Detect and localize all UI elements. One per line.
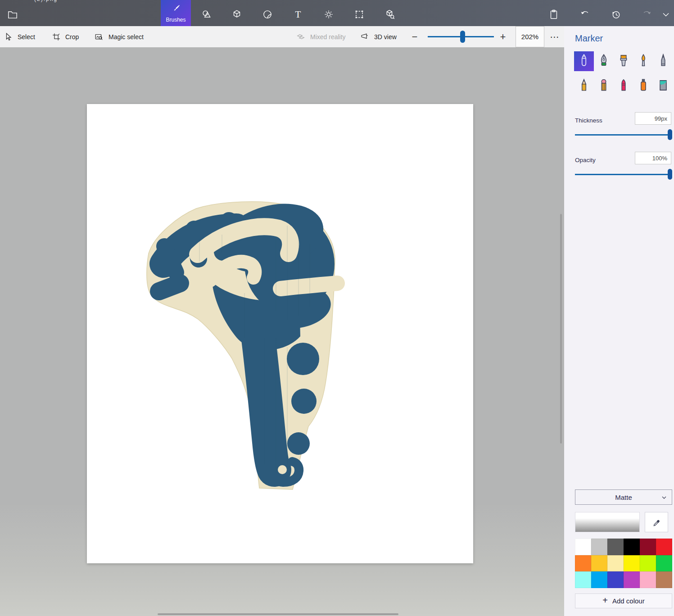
brush-tool-grid [574, 51, 673, 96]
add-colour-button[interactable]: + Add colour [575, 593, 672, 608]
marker-panel: Marker [564, 26, 674, 616]
palette-colour[interactable] [575, 571, 591, 588]
zoom-slider-thumb[interactable] [460, 31, 465, 43]
brush-watercolour[interactable] [633, 51, 653, 71]
zoom-slider[interactable] [428, 26, 494, 47]
stickers-icon [262, 9, 273, 20]
calligraphy-pen-icon [597, 53, 611, 69]
text-icon: T [295, 10, 301, 19]
horizontal-scrollbar[interactable] [158, 613, 398, 615]
brush-oil[interactable] [614, 51, 633, 71]
plus-icon: + [602, 595, 608, 606]
more-options-button[interactable]: ⋯ [547, 26, 562, 47]
canvas-page[interactable] [87, 104, 473, 563]
canvas-frame-icon [353, 9, 365, 20]
thickness-slider[interactable] [575, 129, 671, 140]
palette-colour[interactable] [607, 539, 624, 555]
secondary-toolbar: Select Crop Magic select [0, 26, 564, 47]
palette-colour[interactable] [656, 555, 672, 572]
opacity-input[interactable]: 100% [635, 152, 671, 164]
paste-button[interactable] [544, 5, 564, 24]
cursor-icon [4, 32, 14, 42]
3d-library-icon [384, 9, 396, 20]
thickness-slider-thumb[interactable] [668, 129, 672, 140]
brush-eraser[interactable] [594, 76, 614, 96]
mixed-reality-label: Mixed reality [310, 33, 346, 41]
tab-stickers[interactable] [258, 5, 277, 24]
expand-toolbar-button[interactable] [658, 5, 674, 24]
tab-2d-shapes[interactable] [197, 5, 217, 24]
brush-marker[interactable] [574, 51, 594, 71]
zoom-in-button[interactable]: + [497, 26, 509, 47]
tab-brushes[interactable]: Brushes [161, 0, 191, 26]
opacity-slider[interactable] [575, 169, 671, 180]
3d-view-label: 3D view [374, 33, 397, 41]
thickness-slider-track[interactable] [575, 134, 671, 136]
brush-crayon[interactable] [614, 76, 633, 96]
history-clock-icon [610, 9, 622, 20]
paint3d-window: (2).png Brushes [0, 0, 674, 616]
chevron-down-icon [661, 494, 667, 502]
palette-colour[interactable] [624, 571, 640, 588]
shade-gradient-swatch[interactable] [575, 512, 640, 532]
brush-calligraphy-pen[interactable] [594, 51, 614, 71]
3d-shapes-icon [231, 9, 243, 20]
colour-palette [575, 539, 672, 588]
palette-colour[interactable] [575, 555, 591, 572]
menu-button[interactable] [3, 5, 23, 24]
palette-colour[interactable] [575, 539, 591, 555]
eyedropper-button[interactable] [645, 512, 668, 532]
palette-colour[interactable] [591, 539, 607, 555]
brush-pixel-pen[interactable] [653, 51, 673, 71]
tab-3d-library[interactable] [380, 5, 400, 24]
palette-colour[interactable] [640, 539, 656, 555]
material-dropdown[interactable]: Matte [575, 489, 672, 505]
select-label: Select [18, 33, 35, 41]
brush-spray-can[interactable] [633, 76, 653, 96]
add-colour-label: Add colour [612, 597, 645, 605]
tab-brushes-label: Brushes [166, 17, 185, 23]
panel-title: Marker [575, 33, 603, 44]
palette-colour[interactable] [591, 555, 607, 572]
crop-label: Crop [65, 33, 79, 41]
palette-colour[interactable] [656, 539, 672, 555]
tab-text[interactable]: T [288, 5, 308, 24]
tab-canvas[interactable] [349, 5, 369, 24]
palette-colour[interactable] [624, 555, 640, 572]
palette-colour[interactable] [591, 571, 607, 588]
zoom-level-value[interactable]: 202% [516, 26, 544, 47]
palette-colour[interactable] [640, 571, 656, 588]
opacity-slider-thumb[interactable] [668, 169, 672, 180]
tab-effects[interactable] [319, 5, 339, 24]
palette-colour[interactable] [640, 555, 656, 572]
sun-icon [323, 9, 335, 20]
magic-select-label: Magic select [109, 33, 144, 41]
select-button[interactable]: Select [4, 26, 35, 47]
redo-icon [641, 9, 653, 20]
brush-fill[interactable] [653, 76, 673, 96]
spray-can-icon [637, 78, 650, 94]
pixel-pen-icon [656, 53, 670, 69]
history-button[interactable] [606, 5, 626, 24]
clipboard-icon [548, 9, 560, 20]
top-toolbar: (2).png Brushes [0, 0, 674, 26]
thickness-input[interactable]: 99px [635, 112, 671, 125]
vertical-scrollbar[interactable] [560, 214, 562, 444]
undo-button[interactable] [575, 5, 595, 24]
magic-select-button[interactable]: Magic select [94, 26, 144, 47]
crop-button[interactable]: Crop [51, 26, 79, 47]
workspace [0, 47, 564, 616]
redo-button [637, 5, 657, 24]
material-value: Matte [615, 494, 632, 501]
3d-view-button[interactable]: 3D view [359, 26, 397, 47]
opacity-slider-track[interactable] [575, 174, 671, 175]
brush-pencil[interactable] [574, 76, 594, 96]
palette-colour[interactable] [656, 571, 672, 588]
palette-colour[interactable] [607, 555, 624, 572]
palette-colour[interactable] [624, 539, 640, 555]
zoom-out-button[interactable]: − [409, 26, 421, 47]
oil-brush-icon [617, 53, 630, 69]
tab-3d-shapes[interactable] [227, 5, 247, 24]
palette-colour[interactable] [607, 571, 624, 588]
crop-icon [51, 32, 61, 42]
